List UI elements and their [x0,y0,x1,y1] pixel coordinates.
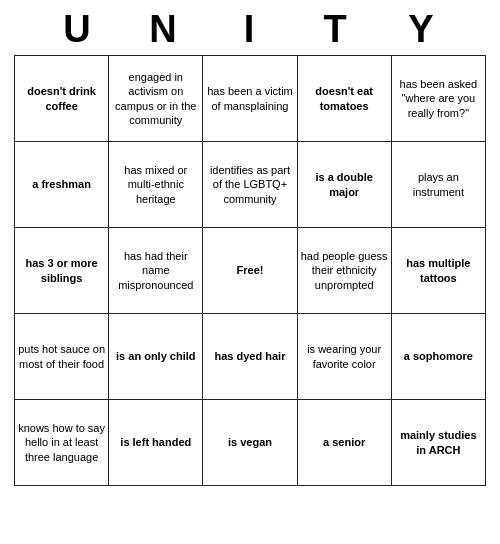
table-row: knows how to say hello in at least three… [15,400,486,486]
table-row: doesn't drink coffeeengaged in activism … [15,56,486,142]
bingo-cell[interactable]: has dyed hair [203,314,297,400]
bingo-cell[interactable]: a senior [297,400,391,486]
title-letter-i: I [207,8,293,51]
bingo-cell[interactable]: has multiple tattoos [391,228,485,314]
bingo-cell[interactable]: had people guess their ethnicity unpromp… [297,228,391,314]
bingo-cell[interactable]: knows how to say hello in at least three… [15,400,109,486]
table-row: has 3 or more siblingshas had their name… [15,228,486,314]
title-letter-y: Y [379,8,465,51]
bingo-cell[interactable]: is a double major [297,142,391,228]
title-letter-u: U [35,8,121,51]
bingo-cell[interactable]: is an only child [109,314,203,400]
bingo-cell[interactable]: a sophomore [391,314,485,400]
bingo-grid: doesn't drink coffeeengaged in activism … [14,55,486,486]
bingo-cell[interactable]: is left handed [109,400,203,486]
title-letter-t: T [293,8,379,51]
bingo-cell[interactable]: a freshman [15,142,109,228]
bingo-cell[interactable]: has mixed or multi-ethnic heritage [109,142,203,228]
bingo-cell[interactable]: has 3 or more siblings [15,228,109,314]
bingo-cell[interactable]: has had their name mispronounced [109,228,203,314]
bingo-cell[interactable]: has been asked "where are you really fro… [391,56,485,142]
bingo-cell[interactable]: mainly studies in ARCH [391,400,485,486]
bingo-cell[interactable]: is wearing your favorite color [297,314,391,400]
title-letter-n: N [121,8,207,51]
bingo-cell[interactable]: doesn't eat tomatoes [297,56,391,142]
bingo-cell[interactable]: doesn't drink coffee [15,56,109,142]
bingo-cell[interactable]: plays an instrument [391,142,485,228]
table-row: a freshmanhas mixed or multi-ethnic heri… [15,142,486,228]
bingo-cell[interactable]: engaged in activism on campus or in the … [109,56,203,142]
bingo-cell[interactable]: puts hot sauce on most of their food [15,314,109,400]
bingo-cell[interactable]: Free! [203,228,297,314]
table-row: puts hot sauce on most of their foodis a… [15,314,486,400]
bingo-cell[interactable]: identifies as part of the LGBTQ+ communi… [203,142,297,228]
bingo-cell[interactable]: is vegan [203,400,297,486]
bingo-cell[interactable]: has been a victim of mansplaining [203,56,297,142]
title-row: U N I T Y [0,0,500,55]
